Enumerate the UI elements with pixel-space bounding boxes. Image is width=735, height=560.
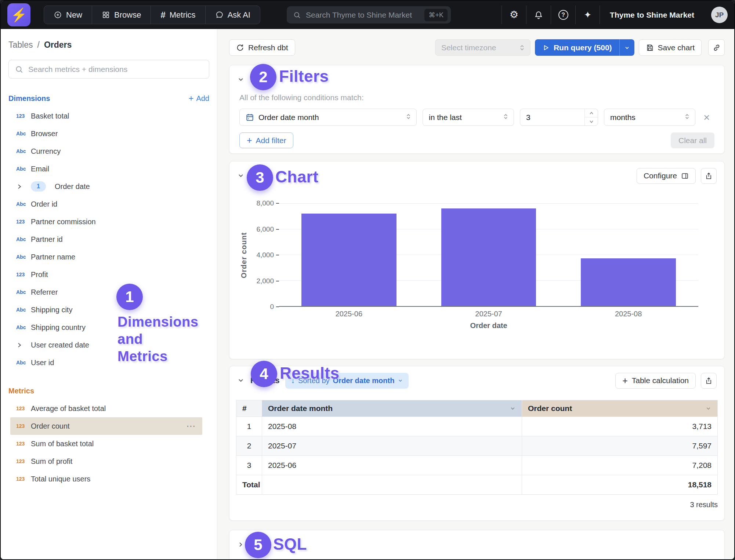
filter-operator-select[interactable]: in the last [423,109,514,126]
export-results-button[interactable] [701,373,717,389]
dimension-item[interactable]: AbcEmail [1,160,202,178]
collapse-chevron-icon[interactable] [237,377,245,384]
metric-item[interactable]: 123Average of basket total [1,400,202,417]
metrics-button[interactable]: # Metrics [151,6,205,24]
filters-subtitle: All of the following conditions match: [239,93,714,102]
row-index: 3 [236,456,262,475]
share-export-icon [705,172,713,180]
spinner-down-icon[interactable] [585,117,598,126]
dimensions-header: Dimensions +Add [8,94,209,103]
sidebar-search-input[interactable] [28,65,203,74]
org-name[interactable]: Thyme to Shine Market [600,6,704,24]
add-filter-button[interactable]: + Add filter [239,132,293,148]
chevron-down-icon [398,378,403,383]
dimension-item[interactable]: AbcShipping country [1,319,202,336]
dimension-item[interactable]: AbcShipping city [1,301,202,319]
collapse-chevron-icon[interactable] [237,172,245,179]
spinner-up-icon[interactable] [585,109,598,117]
grid-icon [102,11,110,19]
sorted-by-label: Sorted by [298,377,330,385]
chart-plot [279,203,698,307]
collapse-chevron-right-icon[interactable] [237,541,245,548]
settings-button[interactable]: ⚙ [502,6,526,24]
chevron-selector-icon [503,113,508,122]
new-button[interactable]: New [44,6,92,24]
chevron-down-icon[interactable] [510,406,516,412]
ask-ai-button[interactable]: Ask AI [205,6,260,24]
metric-item[interactable]: 123Total unique users [1,470,202,488]
run-query-button[interactable]: Run query (500) [535,39,634,56]
dimension-label: Currency [31,147,61,156]
filter-unit-select[interactable]: months [604,109,695,126]
month-cell: 2025-06 [262,456,522,475]
filter-value-input[interactable]: 3 [520,109,598,126]
browse-button[interactable]: Browse [92,6,151,24]
chevron-right-icon[interactable] [16,342,31,348]
refresh-icon [236,44,244,52]
month-column-header[interactable]: Order date month [262,400,522,417]
notifications-button[interactable] [526,6,551,24]
metric-item[interactable]: 123Sum of profit [1,452,202,470]
user-avatar[interactable]: JP [711,7,728,23]
chevron-right-icon[interactable] [16,183,31,190]
dimension-item-user-created-date[interactable]: User created date [1,336,202,354]
lightdash-logo[interactable]: ⚡ [7,3,30,26]
ai-sparkles-button[interactable]: ✦ [575,6,600,24]
y-tick-label: 2,000 [256,277,279,285]
filter-field-value: Order date month [258,113,319,122]
dimension-label: Basket total [31,112,69,120]
refresh-dbt-button[interactable]: Refresh dbt [229,39,295,56]
timezone-select[interactable]: Select timezone [435,39,531,56]
dimension-item[interactable]: AbcOrder id [1,195,202,213]
global-search-placeholder: Search Thyme to Shine Market [306,11,412,19]
copy-link-button[interactable] [708,39,725,56]
plus-icon: + [247,136,252,145]
add-dimension-button[interactable]: +Add [188,94,209,103]
help-icon: ? [558,10,568,20]
metrics-list: 123Average of basket total 123 Order cou… [1,400,217,488]
sorted-by-pill[interactable]: ↓ Sorted by Order date month [285,373,409,389]
metric-item[interactable]: 123Sum of basket total [1,435,202,452]
clear-all-button[interactable]: Clear all [671,132,714,148]
dimension-item[interactable]: 123Partner commission [1,213,202,230]
dimension-item-order-date[interactable]: 1 Order date [1,178,202,195]
dimension-item[interactable]: AbcPartner id [1,230,202,248]
help-button[interactable]: ? [551,6,575,24]
metrics-label: Metrics [170,10,196,20]
dimension-item[interactable]: AbcBrowser [1,125,202,142]
sql-card: SQL [229,530,725,559]
export-chart-button[interactable] [701,168,717,184]
dimension-label: Partner name [31,253,75,261]
primary-nav: New Browse # Metrics Ask AI [44,6,260,24]
collapse-chevron-icon[interactable] [237,76,245,83]
save-chart-button[interactable]: Save chart [639,39,702,56]
configure-button[interactable]: Configure [637,168,696,184]
table-calculation-button[interactable]: + Table calculation [615,373,696,389]
dimension-item[interactable]: AbcCurrency [1,142,202,160]
metric-item-order-count-selected[interactable]: 123 Order count ⋯ [10,417,202,435]
configure-label: Configure [644,171,677,180]
chevron-selector-icon [406,113,411,122]
chevron-down-icon[interactable] [705,406,712,412]
add-label: Add [196,94,209,103]
string-type-icon: Abc [16,254,31,260]
lightning-bolt-icon: ⚡ [11,7,27,23]
run-query-main[interactable]: Run query (500) [535,39,619,56]
dimension-label: Referrer [31,288,58,297]
remove-filter-icon[interactable]: × [701,112,712,123]
filter-field-select[interactable]: Order date month [239,109,417,126]
sidebar-search[interactable] [8,60,209,79]
global-search-bar[interactable]: Search Thyme to Shine Market ⌘+K [287,6,451,23]
string-type-icon: Abc [16,201,31,207]
more-options-icon[interactable]: ⋯ [186,421,202,432]
run-query-dropdown[interactable] [620,39,634,56]
dimension-item[interactable]: 123Basket total [1,107,202,125]
run-query-label: Run query (500) [554,43,612,52]
dimension-item[interactable]: AbcPartner name [1,248,202,266]
dimension-item[interactable]: 123Profit [1,266,202,283]
dimension-label: Partner id [31,235,63,244]
count-column-header[interactable]: Order count [522,400,718,417]
dimension-item[interactable]: AbcReferrer [1,283,202,301]
dimension-item[interactable]: AbcUser id [1,354,202,371]
breadcrumb-tables[interactable]: Tables [8,40,33,50]
